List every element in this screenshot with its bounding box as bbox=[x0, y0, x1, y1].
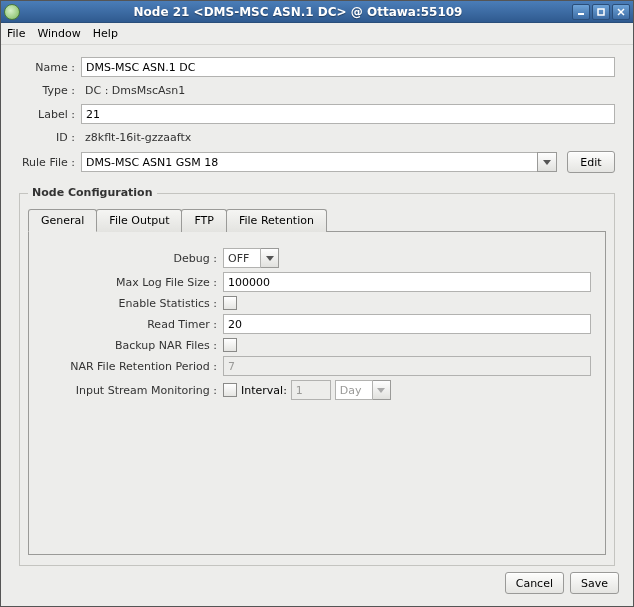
id-value: z8kflt-16it-gzzaaftx bbox=[81, 128, 615, 147]
name-label: Name : bbox=[19, 61, 81, 74]
footer-buttons: Cancel Save bbox=[1, 572, 633, 606]
backup-checkbox[interactable] bbox=[223, 338, 237, 352]
node-configuration-legend: Node Configuration bbox=[28, 186, 157, 199]
edit-button[interactable]: Edit bbox=[567, 151, 615, 173]
readtimer-label: Read Timer : bbox=[43, 318, 223, 331]
minimize-button[interactable] bbox=[572, 4, 590, 20]
retention-input bbox=[223, 356, 591, 376]
debug-value: OFF bbox=[223, 248, 261, 268]
label-label: Label : bbox=[19, 108, 81, 121]
monitoring-unit-combo: Day bbox=[335, 380, 391, 400]
tab-file-retention[interactable]: File Retention bbox=[226, 209, 327, 232]
tab-file-output[interactable]: File Output bbox=[96, 209, 182, 232]
rulefile-dropdown-button[interactable] bbox=[537, 152, 557, 172]
node-editor-window: Node 21 <DMS-MSC ASN.1 DC> @ Ottawa:5510… bbox=[0, 0, 634, 607]
rulefile-label: Rule File : bbox=[19, 156, 81, 169]
type-label: Type : bbox=[19, 84, 81, 97]
tabs: General File Output FTP File Retention bbox=[28, 208, 606, 231]
chevron-down-icon bbox=[266, 256, 274, 261]
chevron-down-icon bbox=[543, 160, 551, 165]
label-input[interactable] bbox=[81, 104, 615, 124]
menu-window[interactable]: Window bbox=[37, 27, 80, 40]
retention-label: NAR File Retention Period : bbox=[43, 360, 223, 373]
stats-checkbox[interactable] bbox=[223, 296, 237, 310]
menubar: File Window Help bbox=[1, 23, 633, 45]
backup-label: Backup NAR Files : bbox=[43, 339, 223, 352]
menu-file[interactable]: File bbox=[7, 27, 25, 40]
monitoring-interval-input bbox=[291, 380, 331, 400]
debug-label: Debug : bbox=[43, 252, 223, 265]
chevron-down-icon bbox=[377, 388, 385, 393]
tab-general[interactable]: General bbox=[28, 209, 97, 232]
app-icon bbox=[4, 4, 20, 20]
monitoring-label: Input Stream Monitoring : bbox=[43, 384, 223, 397]
type-value: DC : DmsMscAsn1 bbox=[81, 81, 615, 100]
debug-combo[interactable]: OFF bbox=[223, 248, 279, 268]
content-area: Name : Type : DC : DmsMscAsn1 Label : ID… bbox=[1, 45, 633, 572]
stats-label: Enable Statistics : bbox=[43, 297, 223, 310]
maximize-button[interactable] bbox=[592, 4, 610, 20]
node-configuration-group: Node Configuration General File Output F… bbox=[19, 193, 615, 566]
monitoring-checkbox[interactable] bbox=[223, 383, 237, 397]
rulefile-combo[interactable] bbox=[81, 152, 557, 172]
close-button[interactable] bbox=[612, 4, 630, 20]
window-title: Node 21 <DMS-MSC ASN.1 DC> @ Ottawa:5510… bbox=[24, 5, 572, 19]
tab-ftp[interactable]: FTP bbox=[181, 209, 227, 232]
name-input[interactable] bbox=[81, 57, 615, 77]
cancel-button[interactable]: Cancel bbox=[505, 572, 564, 594]
maxlog-label: Max Log File Size : bbox=[43, 276, 223, 289]
monitoring-unit-dropdown-button bbox=[373, 380, 391, 400]
readtimer-input[interactable] bbox=[223, 314, 591, 334]
menu-help[interactable]: Help bbox=[93, 27, 118, 40]
rulefile-value[interactable] bbox=[81, 152, 537, 172]
debug-dropdown-button[interactable] bbox=[261, 248, 279, 268]
monitoring-interval-label: Interval: bbox=[241, 384, 287, 397]
save-button[interactable]: Save bbox=[570, 572, 619, 594]
svg-rect-1 bbox=[598, 9, 604, 15]
maxlog-input[interactable] bbox=[223, 272, 591, 292]
titlebar: Node 21 <DMS-MSC ASN.1 DC> @ Ottawa:5510… bbox=[1, 1, 633, 23]
tab-body-general: Debug : OFF Max Log File Size : Enable S… bbox=[28, 231, 606, 555]
id-label: ID : bbox=[19, 131, 81, 144]
monitoring-unit-value: Day bbox=[335, 380, 373, 400]
